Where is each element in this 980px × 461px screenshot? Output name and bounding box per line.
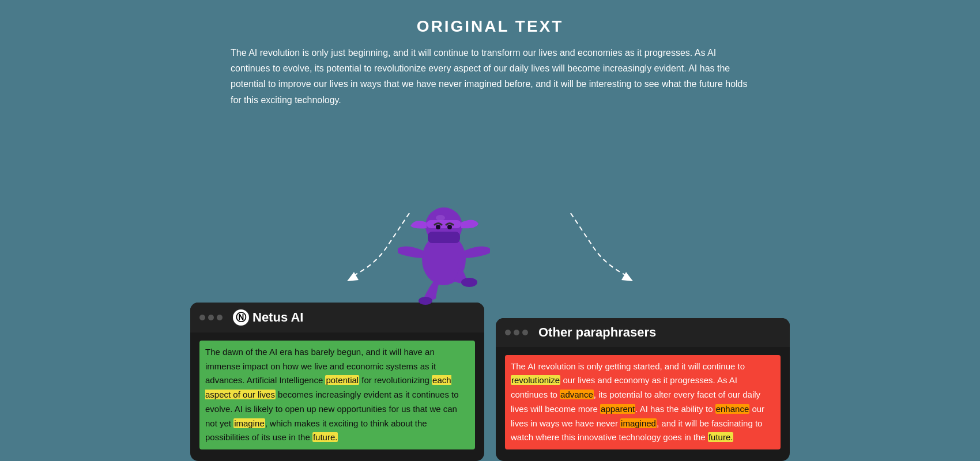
highlight-revolutionize: revolutionize [511,375,560,385]
svg-point-9 [419,297,432,305]
highlight-imagined: imagined [620,418,657,428]
dot-6 [522,330,528,335]
ninja-svg [398,184,490,305]
arrow-right-icon [559,207,674,282]
netus-panel-header: Ⓝ Netus AI [190,303,484,332]
netus-panel-title: Ⓝ Netus AI [233,309,303,326]
highlight-imagine: imagine [233,418,265,428]
svg-point-6 [447,225,452,229]
panels-row: Ⓝ Netus AI The dawn of the AI era has ba… [190,303,790,461]
netus-panel-content: The dawn of the AI era has barely begun,… [190,332,484,449]
svg-rect-4 [427,220,461,228]
original-text: The AI revolution is only just beginning… [231,45,749,108]
svg-point-10 [436,215,445,221]
dot-2 [208,315,214,320]
svg-marker-0 [347,272,359,281]
svg-point-8 [461,278,477,287]
netus-panel: Ⓝ Netus AI The dawn of the AI era has ba… [190,303,484,461]
svg-marker-1 [621,272,633,281]
highlight-potential: potential [325,375,359,385]
highlight-enhance: enhance [715,404,750,414]
panel-dots-netus [199,315,223,320]
netus-logo-icon: Ⓝ [233,309,249,326]
other-panel-content: The AI revolution is only getting starte… [496,347,790,450]
other-panel-title: Other paraphrasers [538,325,656,340]
ninja-mascot [398,184,490,300]
dot-5 [514,330,519,335]
svg-rect-7 [428,232,460,243]
highlight-advance: advance [560,390,594,399]
highlight-future-other: future. [708,432,734,442]
svg-point-5 [436,225,440,229]
original-section: ORIGINAL TEXT The AI revolution is only … [231,0,749,108]
other-text-block: The AI revolution is only getting starte… [505,355,781,450]
netus-title-text: Netus AI [252,310,303,325]
netus-text-block: The dawn of the AI era has barely begun,… [199,341,475,449]
dot-3 [217,315,223,320]
dot-1 [199,315,205,320]
highlight-apparent: apparent [600,404,635,414]
panel-dots-other [505,330,528,335]
other-title-text: Other paraphrasers [538,325,656,340]
original-title: ORIGINAL TEXT [231,17,749,36]
dot-4 [505,330,511,335]
other-panel-header: Other paraphrasers [496,318,790,347]
page-container: ORIGINAL TEXT The AI revolution is only … [0,0,980,461]
other-panel: Other paraphrasers The AI revolution is … [496,318,790,462]
highlight-future-netus: future. [312,432,338,442]
